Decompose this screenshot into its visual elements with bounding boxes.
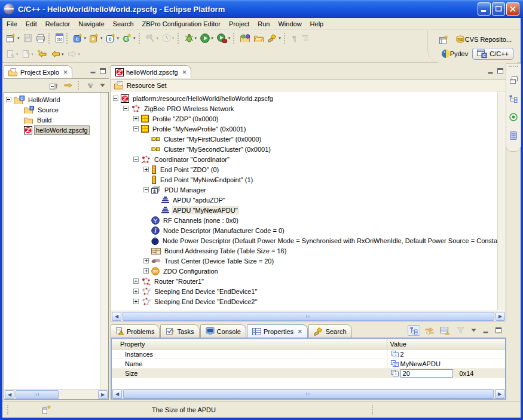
tree-item[interactable]: Coordinator "Coordinator" [111,154,497,164]
chevron-down-icon[interactable]: ▾ [172,36,175,41]
editor-vertical-scrollbar[interactable] [497,91,506,310]
chevron-down-icon[interactable]: ▾ [228,36,231,41]
print-button[interactable] [34,32,47,45]
scroll-right-icon[interactable]: ▶ [495,390,504,398]
fast-view-shortcut-icon[interactable] [42,405,51,415]
scroll-right-icon[interactable]: ▶ [98,390,108,399]
tree-item[interactable]: Node Power Descriptor (Default Power Mod… [111,235,497,246]
new-wizard-button[interactable]: ▾ [5,32,22,45]
collapse-minus-icon[interactable] [123,106,129,111]
minimize-view-icon[interactable] [90,68,96,73]
maximize-view-icon[interactable] [100,68,106,74]
tree-item[interactable]: End Point "MyNewEndpoint" (1) [111,174,497,185]
tab-problems[interactable]: Problems [111,324,160,338]
chevron-down-icon[interactable]: ▾ [16,52,19,57]
open-perspective-button[interactable] [438,33,451,46]
view-chevron-button[interactable] [469,325,478,336]
tree-item[interactable]: helloWorld.zpscfg [4,125,100,135]
scrollbar-thumb[interactable] [16,390,59,399]
tab-properties[interactable]: Properties✕ [247,324,308,338]
tab-search[interactable]: Search [308,324,352,338]
tree-item[interactable]: Bound Addressing Table (Table Size = 16) [111,246,497,256]
chevron-down-icon[interactable]: ▾ [211,36,213,41]
debug-button[interactable]: ▾ [183,32,199,45]
scroll-right-icon[interactable]: ▶ [496,312,505,321]
sync-button[interactable] [423,325,436,336]
tab-tasks[interactable]: Tasks [160,324,199,338]
chevron-down-icon[interactable]: ▾ [133,36,136,41]
tree-item[interactable]: End Point "ZDO" (0) [111,164,497,174]
maximize-view-icon[interactable] [497,68,504,74]
close-icon[interactable]: ✕ [298,329,302,335]
value-column-header[interactable]: Value [387,341,505,348]
tree-item[interactable]: iNode Descriptor (Manufacturer Code = 0) [111,225,497,235]
tree-item[interactable]: APDU "apduZDP" [111,195,497,205]
property-value-cell[interactable]: 1200x14 [387,369,505,378]
property-row[interactable]: Instances12 [112,350,505,359]
minimize-button[interactable] [478,2,491,16]
chevron-down-icon[interactable]: ▾ [32,52,34,57]
view-chevron-button[interactable] [98,80,107,91]
run-button[interactable]: ▾ [198,32,215,45]
tree-item[interactable]: ZDOZDO Configuration [111,266,497,276]
new-class-button[interactable]: ▾ [88,32,105,45]
expand-plus-icon[interactable] [133,299,139,304]
menu-navigate[interactable]: Navigate [74,19,108,29]
expand-plus-icon[interactable] [133,289,139,294]
minimize-button[interactable] [481,325,491,336]
tree-mode-button[interactable] [408,325,420,336]
chevron-down-icon[interactable]: ▾ [279,36,281,41]
properties-horizontal-scrollbar[interactable]: ◀ ▶ [112,389,505,398]
chevron-down-icon[interactable]: ▾ [157,36,159,41]
tree-item[interactable]: Cluster "MySecondCluster" (0x0001) [111,144,497,154]
perspective-pydev-button[interactable]: Pydev [440,47,470,60]
scrollbar-thumb[interactable] [123,390,494,398]
tree-item[interactable]: APDU "MyNewAPDU" [111,205,497,215]
perspective-cpp-button[interactable]: C C/C++ [472,48,513,60]
new-c-file-button[interactable]: c▾ [72,32,88,45]
property-value-cell[interactable]: 12 [387,350,505,358]
drag-handle[interactable] [509,66,518,68]
restore-view-button[interactable] [508,73,519,87]
tree-item[interactable]: CHelloWorld [4,94,100,105]
binary-file-button[interactable]: 010 [54,32,65,45]
table-sync-button[interactable] [439,325,452,336]
tree-item[interactable]: Router "Router1" [111,276,497,286]
collapse-minus-icon[interactable] [6,97,11,102]
tree-item[interactable]: PDU Manager [111,185,497,195]
collapse-all-button[interactable] [48,80,60,91]
new-connection-button[interactable]: G▾ [121,32,137,45]
expand-plus-icon[interactable] [143,167,149,172]
menu-refactor[interactable]: Refactor [41,19,75,29]
collapse-minus-icon[interactable] [133,157,139,162]
chevron-down-icon[interactable]: ▾ [78,52,81,57]
chevron-down-icon[interactable]: ▾ [195,36,197,41]
property-column-header[interactable]: Property [112,339,387,349]
outline-button[interactable] [507,92,519,105]
expand-plus-icon[interactable] [133,116,139,121]
chevron-down-icon[interactable]: ▾ [84,36,87,41]
property-value-cell[interactable]: MyNewAPDU [387,359,505,368]
link-editor-button[interactable] [62,80,75,91]
external-tools-button[interactable]: ▾ [215,32,233,45]
tree-item[interactable]: platform:/resource/HelloWorld/helloWorld… [111,93,497,103]
expand-plus-icon[interactable] [143,258,149,263]
menu-help[interactable]: Help [306,19,328,29]
property-row[interactable]: Size1200x14 [112,369,505,378]
tree-item[interactable]: zzSleeping End Device "EndDevice1" [111,286,497,296]
tree-item[interactable]: zzSleeping End Device "EndDevice2" [111,296,497,306]
close-icon[interactable]: ✕ [182,69,187,75]
tree-item[interactable]: RF Channels (none : 0x0) [111,215,497,225]
tree-item[interactable]: Cluster "MyFirstCluster" (0x0000) [111,134,497,144]
scroll-left-icon[interactable]: ◀ [5,390,14,399]
notes-button[interactable] [508,129,519,142]
maximize-button[interactable] [492,2,505,16]
menu-zbpro-configuration-editor[interactable]: ZBPro Configuration Editor [138,19,225,29]
chevron-down-icon[interactable]: ▾ [17,36,20,41]
menu-run[interactable]: Run [253,19,274,29]
tab-console[interactable]: Console [200,324,246,338]
chevron-down-icon[interactable]: ▾ [117,36,120,41]
perspective-cvs-button[interactable]: CVS CVS Reposito... [454,33,513,46]
scroll-left-icon[interactable]: ◀ [112,312,121,321]
explorer-horizontal-scrollbar[interactable]: ◀ ▶ [4,389,108,399]
